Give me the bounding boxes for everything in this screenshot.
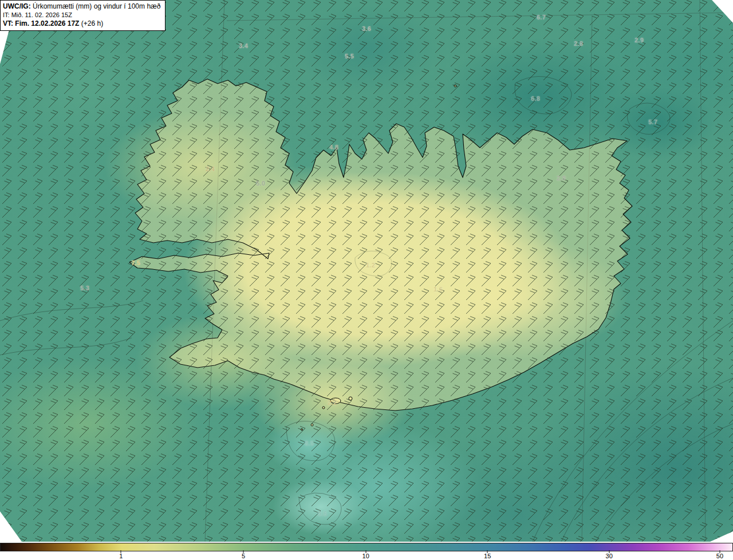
colorbar-tick-label: 5	[242, 553, 245, 559]
colorbar-tick-label: 30	[606, 553, 613, 559]
init-time-line: IT: Mið. 11. 02. 2026 15Z	[3, 11, 160, 19]
init-time-label: IT:	[3, 11, 10, 18]
map-info-box: UWC/IG: Úrkomumætti (mm) og vindur í 100…	[0, 0, 165, 31]
colorbar-tick-label: 15	[484, 553, 491, 559]
wind-barbs-layer	[0, 0, 733, 542]
colorbar-tick-label: 1	[119, 553, 123, 559]
product-label: UWC/IG:	[3, 2, 31, 10]
map-title-line: UWC/IG: Úrkomumætti (mm) og vindur í 100…	[3, 2, 160, 11]
colorbar-area: 1510153050	[0, 542, 733, 560]
map-overlay	[0, 0, 733, 542]
init-time-value: Mið. 11. 02. 2026 15Z	[11, 11, 72, 18]
weather-map: 3.43.65.56.72.82.96.85.74.82.45.02.95.37…	[0, 0, 733, 542]
valid-time-label: VT:	[3, 19, 13, 27]
colorbar-tick-label: 10	[362, 553, 369, 559]
colorbar-tick-label: 50	[716, 553, 723, 559]
valid-time-offset: (+26 h)	[81, 19, 103, 27]
valid-time-line: VT: Fim. 12.02.2026 17Z (+26 h)	[3, 19, 160, 28]
colorbar-tick-layer: 1510153050	[0, 543, 733, 560]
valid-time-value: Fim. 12.02.2026 17Z	[15, 19, 79, 27]
map-title: Úrkomumætti (mm) og vindur í 100m hæð	[33, 2, 160, 10]
